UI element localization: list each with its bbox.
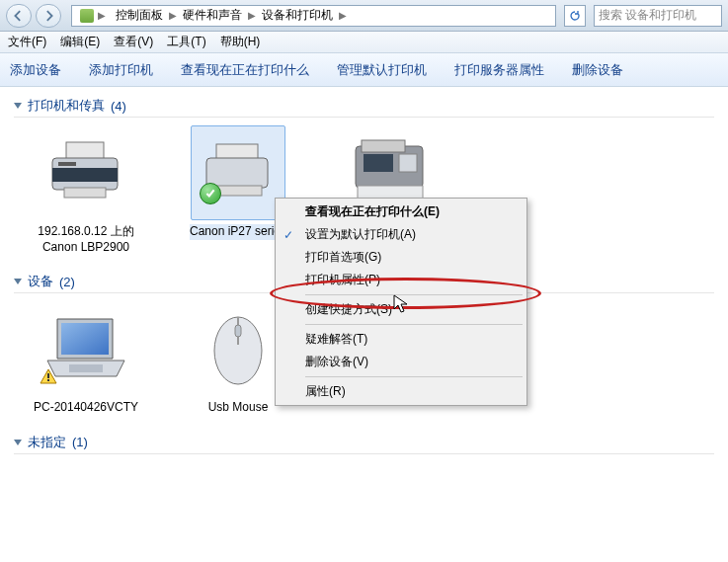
menu-help[interactable]: 帮助(H) [220,34,261,50]
svg-rect-15 [47,379,49,381]
ctx-troubleshoot[interactable]: 疑难解答(T) [278,328,525,351]
item-label: Usb Mouse [208,400,269,416]
group-title: 未指定 [28,434,66,451]
ctx-view-queue[interactable]: 查看现在正在打印什么(E) [278,201,525,223]
printer-icon [46,138,125,207]
item-label: Canon iP27 series [190,224,286,240]
group-header-unspecified[interactable]: 未指定 (1) [14,434,714,454]
collapse-icon [14,440,22,445]
separator [305,324,523,325]
ctx-create-shortcut[interactable]: 创建快捷方式(S) [278,298,525,321]
toolbar-remove-device[interactable]: 删除设备 [572,61,623,79]
svg-rect-11 [399,154,417,172]
group-title: 打印机和传真 [28,97,105,115]
svg-rect-14 [47,373,49,378]
svg-rect-4 [64,188,106,198]
breadcrumb[interactable]: ▶ 控制面板 ▶ 硬件和声音 ▶ 设备和打印机 ▶ [71,5,556,27]
ctx-remove-device[interactable]: 删除设备(V) [278,351,525,373]
group-unspecified: 未指定 (1) [14,434,714,454]
arrow-left-icon [13,10,25,22]
ctx-printer-properties[interactable]: 打印机属性(P) [278,269,525,291]
mouse-icon [206,309,270,388]
group-count: (2) [59,275,75,289]
device-item-pc[interactable]: PC-20140426VCTY [22,301,150,416]
toolbar-add-printer[interactable]: 添加打印机 [89,61,153,79]
group-title: 设备 [28,273,53,290]
svg-rect-10 [364,154,393,172]
group-count: (4) [111,99,126,114]
group-count: (1) [72,435,88,449]
context-menu: 查看现在正在打印什么(E) ✓ 设置为默认打印机(A) 打印首选项(G) 打印机… [275,198,527,406]
ctx-set-default[interactable]: ✓ 设置为默认打印机(A) [278,223,525,246]
crumb-hardware-sound[interactable]: 硬件和声音 [179,6,246,26]
toolbar-manage-default[interactable]: 管理默认打印机 [337,61,427,79]
nav-back-button[interactable] [6,4,32,28]
ctx-properties[interactable]: 属性(R) [278,380,525,403]
svg-rect-9 [362,140,405,152]
svg-rect-2 [52,168,118,182]
svg-rect-0 [66,142,104,160]
printer-item-network[interactable]: 192.168.0.12 上的 Canon LBP2900 [22,125,150,255]
toolbar: 添加设备 添加打印机 查看现在正在打印什么 管理默认打印机 打印服务器属性 删除… [0,53,728,87]
item-label: PC-20140426VCTY [34,400,138,416]
toolbar-server-properties[interactable]: 打印服务器属性 [454,61,544,79]
menu-file[interactable]: 文件(F) [8,34,46,50]
menu-bar: 文件(F) 编辑(E) 查看(V) 工具(T) 帮助(H) [0,32,728,53]
group-header-printers[interactable]: 打印机和传真 (4) [14,97,714,118]
svg-rect-18 [235,325,241,337]
collapse-icon [14,279,22,284]
menu-tools[interactable]: 工具(T) [167,34,205,50]
refresh-icon [569,10,581,22]
crumb-devices-printers[interactable]: 设备和打印机 [258,6,337,26]
search-input[interactable]: 搜索 设备和打印机 [594,5,722,27]
warning-icon [40,368,57,384]
item-label: 192.168.0.12 上的 Canon LBP2900 [27,224,145,255]
toolbar-add-device[interactable]: 添加设备 [10,61,61,79]
separator [305,376,523,377]
nav-forward-button[interactable] [36,4,61,28]
menu-edit[interactable]: 编辑(E) [60,34,100,50]
menu-view[interactable]: 查看(V) [114,34,153,50]
title-bar: ▶ 控制面板 ▶ 硬件和声音 ▶ 设备和打印机 ▶ 搜索 设备和打印机 [0,0,728,32]
search-placeholder: 搜索 设备和打印机 [599,7,696,24]
svg-rect-13 [69,364,103,372]
separator [305,294,523,295]
arrow-right-icon [42,10,54,22]
svg-rect-3 [58,162,76,166]
toolbar-view-queue[interactable]: 查看现在正在打印什么 [181,61,309,79]
check-icon: ✓ [283,228,293,242]
default-check-icon [200,183,221,204]
ctx-preferences[interactable]: 打印首选项(G) [278,246,525,269]
crumb-control-panel[interactable]: 控制面板 [112,6,167,26]
control-panel-icon [80,9,94,23]
collapse-icon [14,103,22,109]
refresh-button[interactable] [564,5,586,27]
